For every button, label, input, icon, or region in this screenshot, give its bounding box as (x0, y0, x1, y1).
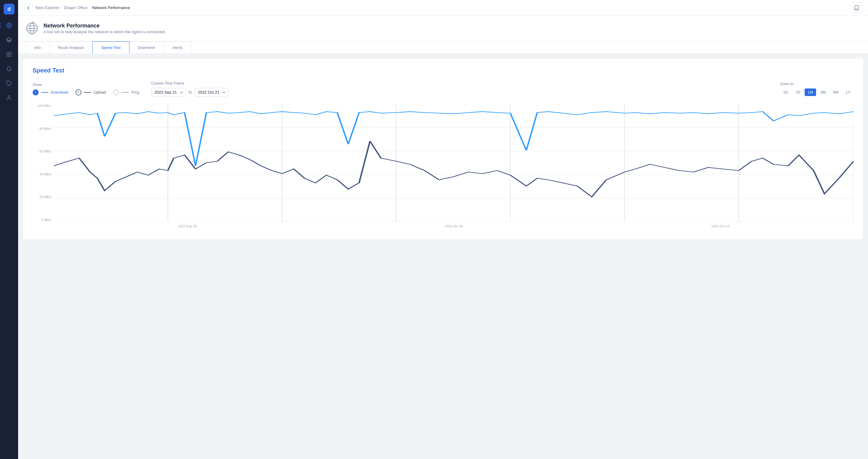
toggle-ping-circle (113, 89, 119, 95)
y-label-0: 0 Mb/s (33, 218, 54, 222)
sidebar-item-layers[interactable] (3, 34, 15, 46)
x-label-oct13: 2022 Oct 13 (711, 224, 730, 228)
date-from-select[interactable]: 2022 Sep 21 (151, 88, 186, 97)
download-line (54, 112, 854, 166)
breadcrumb-current: Network Performance (92, 5, 130, 10)
controls-row: Show Download Upload (33, 81, 854, 97)
zoom-section: Zoom to 1D 7D 1M 3M 6M 1Y (780, 82, 854, 96)
zoom-label: Zoom to (780, 82, 854, 86)
breadcrumb: Sites Explorer / Draper Office / Network… (35, 5, 130, 10)
zoom-1d[interactable]: 1D (780, 88, 791, 96)
zoom-7d[interactable]: 7D (792, 88, 803, 96)
speed-test-section: Speed Test Show Download (23, 59, 863, 239)
tab-route-analysis[interactable]: Route Analysis (49, 41, 93, 54)
zoom-6m[interactable]: 6M (830, 88, 841, 96)
network-icon (25, 22, 39, 35)
y-axis-labels: 100 Mb/s 80 Mb/s 60 Mb/s 40 Mb/s 20 Mb/s… (33, 104, 54, 222)
page-header: Network Performance A tool set to help a… (18, 16, 868, 41)
sidebar-item-globe[interactable] (3, 19, 15, 31)
main-wrapper: Sites Explorer / Draper Office / Network… (18, 0, 868, 459)
y-label-100: 100 Mb/s (33, 104, 54, 108)
breadcrumb-sep-1: / (61, 5, 62, 10)
svg-point-9 (8, 96, 10, 98)
breadcrumb-draper[interactable]: Draper Office (64, 5, 88, 10)
toggle-ping-label: Ping (131, 90, 139, 94)
y-label-60: 60 Mb/s (33, 149, 54, 153)
topbar: Sites Explorer / Draper Office / Network… (18, 0, 868, 16)
breadcrumb-sites[interactable]: Sites Explorer (35, 5, 59, 10)
show-section: Show Download Upload (33, 83, 139, 95)
time-frame-label: Custom Time Frame (151, 81, 228, 85)
chart-container: 100 Mb/s 80 Mb/s 60 Mb/s 40 Mb/s 20 Mb/s… (33, 104, 854, 231)
show-toggles: Download Upload Ping (33, 89, 139, 95)
tab-info[interactable]: Info (25, 41, 50, 54)
to-label: To (188, 90, 192, 94)
toggle-ping-line (122, 92, 129, 93)
sidebar-item-bell[interactable] (3, 63, 15, 75)
tab-speed-test[interactable]: Speed Test (92, 41, 129, 54)
sidebar: d (0, 0, 18, 459)
sidebar-item-user[interactable] (3, 92, 15, 104)
chart-svg (54, 104, 854, 222)
show-label: Show (33, 83, 139, 87)
back-button[interactable] (24, 4, 33, 12)
date-to-select[interactable]: 2022 Oct 21 (195, 88, 228, 97)
sidebar-logo[interactable]: d (4, 4, 14, 15)
page-content: Network Performance A tool set to help a… (18, 16, 868, 459)
zoom-buttons: 1D 7D 1M 3M 6M 1Y (780, 88, 854, 96)
chart-svg-wrapper (54, 104, 854, 222)
toggle-download-line (41, 92, 48, 93)
tabs-bar: Info Route Analysis Speed Test Downtime … (18, 41, 868, 54)
sidebar-item-list[interactable] (3, 48, 15, 60)
x-label-oct06: 2022 Oct 06 (445, 224, 463, 228)
y-label-80: 80 Mb/s (33, 127, 54, 131)
zoom-3m[interactable]: 3M (817, 88, 829, 96)
zoom-1y[interactable]: 1Y (843, 88, 854, 96)
toggle-download[interactable]: Download (33, 89, 68, 95)
toggle-upload-circle (75, 89, 82, 95)
toggle-ping[interactable]: Ping (113, 89, 139, 95)
zoom-1m[interactable]: 1M (805, 88, 816, 96)
chart-area: 100 Mb/s 80 Mb/s 60 Mb/s 40 Mb/s 20 Mb/s… (33, 104, 854, 231)
page-subtitle: A tool set to help analyse the network t… (43, 30, 166, 34)
breadcrumb-sep-2: / (89, 5, 91, 10)
upload-line (54, 141, 854, 197)
sidebar-item-ticket[interactable] (3, 77, 15, 89)
time-frame-controls: 2022 Sep 21 To 2022 Oct 21 (151, 88, 228, 97)
toggle-upload[interactable]: Upload (75, 89, 106, 95)
x-label-sep28: 2022 Sep 28 (178, 224, 196, 228)
y-label-40: 40 Mb/s (33, 172, 54, 176)
page-header-text: Network Performance A tool set to help a… (43, 23, 166, 34)
toggle-upload-line (84, 92, 91, 93)
x-axis-labels: 2022 Sep 28 2022 Oct 06 2022 Oct 13 (54, 222, 854, 231)
book-button[interactable] (851, 2, 862, 13)
svg-point-16 (33, 22, 34, 22)
y-label-20: 20 Mb/s (33, 195, 54, 199)
tab-downtime[interactable]: Downtime (129, 41, 164, 54)
toggle-download-label: Download (51, 90, 68, 94)
time-frame-section: Custom Time Frame 2022 Sep 21 To 2022 Oc… (151, 81, 228, 97)
page-title: Network Performance (43, 23, 166, 29)
tab-alerts[interactable]: Alerts (163, 41, 191, 54)
toggle-download-circle (33, 89, 39, 95)
speed-test-title: Speed Test (33, 67, 854, 74)
toggle-upload-label: Upload (94, 90, 106, 94)
